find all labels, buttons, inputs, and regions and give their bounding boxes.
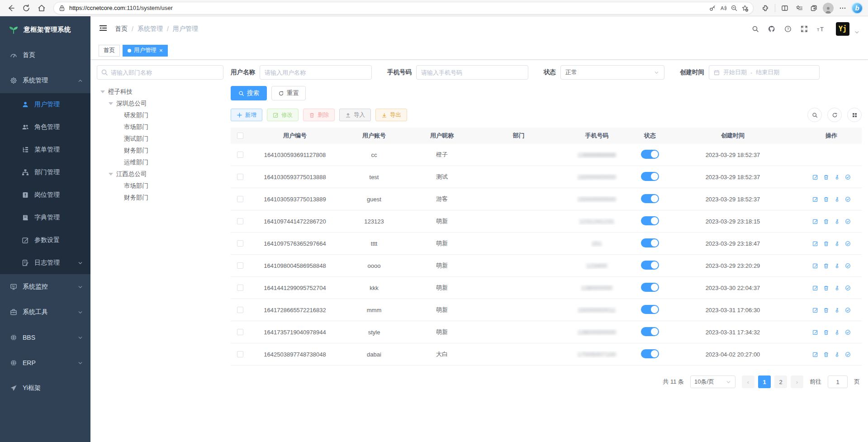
tree-expand-icon[interactable] — [109, 102, 113, 105]
fullscreen-icon[interactable] — [801, 25, 808, 33]
browser-refresh-button[interactable] — [20, 2, 33, 14]
row-delete-icon[interactable] — [823, 219, 829, 224]
tree-node-dept[interactable]: 研发部门 — [97, 109, 223, 121]
sidebar-item-system-mgmt[interactable]: 系统管理 — [0, 68, 90, 93]
tree-node-dept[interactable]: 市场部门 — [97, 121, 223, 133]
font-size-icon[interactable]: TT — [817, 25, 827, 33]
collections-icon[interactable] — [807, 2, 820, 14]
sidebar-item-yi-framework[interactable]: Yi框架 — [0, 375, 90, 401]
row-checkbox[interactable] — [237, 262, 243, 269]
row-checkbox[interactable] — [237, 351, 243, 357]
assign-role-check-icon[interactable] — [845, 241, 851, 247]
assign-role-check-icon[interactable] — [845, 329, 851, 335]
sidebar-item-param-settings[interactable]: 参数设置 — [0, 229, 90, 252]
sidebar-item-log-mgmt[interactable]: 日志管理 — [0, 252, 90, 274]
assign-role-check-icon[interactable] — [845, 219, 851, 224]
reset-button[interactable]: 重置 — [271, 86, 306, 100]
read-aloud-icon[interactable]: A — [720, 5, 727, 12]
row-edit-icon[interactable] — [812, 219, 818, 224]
search-icon[interactable] — [752, 25, 759, 33]
table-search-toggle-button[interactable] — [807, 108, 822, 122]
search-button[interactable]: 搜索 — [231, 86, 267, 100]
address-bar[interactable]: https://ccnetcore.com:1101/system/user A — [53, 2, 754, 14]
extensions-icon[interactable] — [759, 2, 772, 14]
reset-password-key-icon[interactable] — [834, 174, 840, 180]
row-checkbox[interactable] — [237, 218, 243, 224]
copilot-bing-icon[interactable]: b — [851, 2, 863, 14]
breadcrumb-system[interactable]: 系统管理 — [138, 25, 163, 33]
status-toggle[interactable] — [641, 150, 659, 159]
tree-node-branch[interactable]: 江西总公司 — [97, 168, 223, 180]
zoom-out-icon[interactable] — [730, 5, 738, 12]
assign-role-check-icon[interactable] — [845, 352, 851, 357]
row-edit-icon[interactable] — [812, 307, 818, 313]
status-toggle[interactable] — [641, 283, 659, 292]
assign-role-check-icon[interactable] — [845, 263, 851, 269]
row-delete-icon[interactable] — [823, 352, 829, 357]
status-select[interactable]: 正常 — [560, 65, 664, 80]
page-button-2[interactable]: 2 — [774, 375, 787, 388]
status-toggle[interactable] — [641, 327, 659, 336]
next-page-button[interactable]: › — [791, 375, 803, 388]
row-delete-icon[interactable] — [823, 285, 829, 291]
assign-role-check-icon[interactable] — [845, 285, 851, 291]
reset-password-key-icon[interactable] — [834, 196, 840, 202]
row-delete-icon[interactable] — [823, 307, 829, 313]
row-edit-icon[interactable] — [812, 329, 818, 335]
help-icon[interactable]: ? — [784, 25, 792, 33]
tree-node-dept[interactable]: 测试部门 — [97, 133, 223, 145]
row-checkbox[interactable] — [237, 285, 243, 291]
tree-node-dept[interactable]: 财务部门 — [97, 192, 223, 204]
browser-home-button[interactable] — [35, 2, 48, 14]
tree-node-company[interactable]: 橙子科技 — [97, 86, 223, 98]
row-delete-icon[interactable] — [823, 263, 829, 269]
assign-role-check-icon[interactable] — [845, 307, 851, 313]
reset-password-key-icon[interactable] — [834, 241, 840, 247]
sidebar-item-dict-mgmt[interactable]: 字典管理 — [0, 206, 90, 229]
prev-page-button[interactable]: ‹ — [742, 375, 754, 388]
status-toggle[interactable] — [641, 194, 659, 203]
page-size-select[interactable]: 10条/页 — [690, 375, 735, 388]
row-checkbox[interactable] — [237, 240, 243, 247]
user-avatar[interactable]: Yj — [836, 22, 849, 36]
reset-password-key-icon[interactable] — [834, 219, 840, 224]
favorites-icon[interactable] — [793, 2, 806, 14]
phone-input[interactable] — [416, 65, 528, 80]
row-edit-icon[interactable] — [812, 196, 818, 202]
assign-role-check-icon[interactable] — [845, 174, 851, 180]
github-icon[interactable] — [768, 25, 775, 33]
row-delete-icon[interactable] — [823, 329, 829, 335]
add-favorite-star-icon[interactable] — [741, 5, 749, 12]
add-button[interactable]: 新增 — [231, 109, 262, 121]
row-checkbox[interactable] — [237, 329, 243, 335]
status-toggle[interactable] — [641, 238, 659, 247]
row-delete-icon[interactable] — [823, 241, 829, 247]
row-checkbox[interactable] — [237, 196, 243, 202]
select-all-checkbox[interactable] — [237, 133, 243, 139]
row-checkbox[interactable] — [237, 152, 243, 158]
sidebar-item-role-mgmt[interactable]: 角色管理 — [0, 116, 90, 138]
browser-more-menu-icon[interactable] — [836, 2, 849, 14]
row-edit-icon[interactable] — [812, 174, 818, 180]
sidebar-item-user-mgmt[interactable]: 用户管理 — [0, 93, 90, 116]
row-edit-icon[interactable] — [812, 352, 818, 357]
reset-password-key-icon[interactable] — [834, 307, 840, 313]
table-refresh-button[interactable] — [827, 108, 842, 122]
edit-button[interactable]: 修改 — [267, 109, 299, 121]
reset-password-key-icon[interactable] — [834, 263, 840, 269]
username-input[interactable] — [260, 65, 372, 80]
tree-node-dept[interactable]: 财务部门 — [97, 145, 223, 157]
page-button-1[interactable]: 1 — [758, 375, 771, 388]
split-screen-icon[interactable] — [778, 2, 791, 14]
tree-expand-icon[interactable] — [109, 173, 113, 176]
row-edit-icon[interactable] — [812, 263, 818, 269]
status-toggle[interactable] — [641, 261, 659, 270]
reset-password-key-icon[interactable] — [834, 329, 840, 335]
sidebar-item-dept-mgmt[interactable]: 部门管理 — [0, 161, 90, 184]
browser-back-button[interactable] — [5, 2, 17, 14]
import-button[interactable]: 导入 — [339, 109, 371, 121]
reset-password-key-icon[interactable] — [834, 352, 840, 357]
delete-button[interactable]: 删除 — [303, 109, 335, 121]
sidebar-item-post-mgmt[interactable]: 岗位管理 — [0, 184, 90, 206]
sidebar-collapse-icon[interactable] — [99, 24, 108, 34]
